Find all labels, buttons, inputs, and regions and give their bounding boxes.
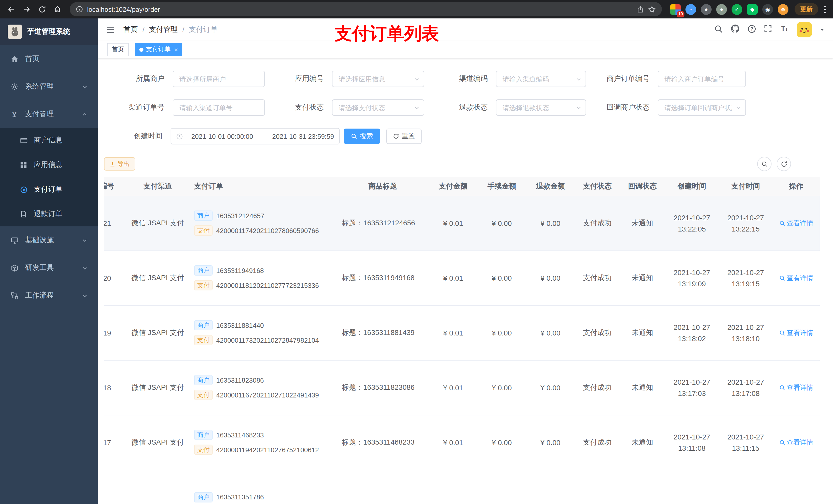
view-detail-link[interactable]: 查看详情 <box>779 383 813 392</box>
filter-label: 退款状态 <box>424 103 496 112</box>
cell-amount: ¥ 0.01 <box>429 305 477 360</box>
browser-extension-icon[interactable]: ● <box>716 4 727 15</box>
sidebar-item-devtool[interactable]: 研发工具 <box>0 254 98 282</box>
notify-status-select[interactable] <box>658 99 746 116</box>
sidebar-item-refund-order[interactable]: 退款订单 <box>0 202 98 226</box>
browser-forward-button[interactable] <box>20 2 34 16</box>
tag-pay-order[interactable]: 支付订单 × <box>135 43 182 56</box>
create-time-range-picker[interactable]: 2021-10-01 00:00:00 - 2021-10-31 23:59:5… <box>171 128 340 144</box>
filter-row-3: 创建时间 2021-10-01 00:00:00 - 2021-10-31 23… <box>104 128 827 144</box>
filter-label: 渠道编码 <box>424 74 496 83</box>
browser-toolbar: localhost:1024/pay/order 10 ◦ ● ● ✓ ◆ ◉ … <box>0 0 833 19</box>
cell-amount: ¥ 0.01 <box>429 250 477 305</box>
browser-extension-icon[interactable]: ◉ <box>762 4 773 15</box>
shrink-search-button[interactable] <box>757 157 771 171</box>
merchant-select[interactable] <box>173 71 265 87</box>
sidebar-item-pay[interactable]: ¥ 支付管理 <box>0 100 98 128</box>
cell-order: 商户1635311881440 支付4200001173202110272847… <box>188 305 337 360</box>
address-bar[interactable]: localhost:1024/pay/order <box>70 2 662 16</box>
cell-actions: 查看详情 <box>772 415 820 470</box>
col-created: 创建时间 <box>665 177 719 196</box>
fullscreen-icon[interactable] <box>764 25 772 35</box>
cell-title: 标题：1635311949168 <box>337 250 429 305</box>
browser-refresh-button[interactable] <box>35 2 49 16</box>
refund-status-select[interactable] <box>496 99 586 116</box>
search-icon <box>779 330 785 336</box>
close-icon[interactable]: × <box>174 46 178 52</box>
filter-label: 支付状态 <box>265 103 332 112</box>
channel-order-no-input[interactable] <box>173 99 265 116</box>
cell-refund: ¥ 0.00 <box>526 360 575 415</box>
browser-extension-icon[interactable]: 10 <box>670 4 681 15</box>
sidebar-item-home[interactable]: 首页 <box>0 45 98 73</box>
view-detail-link[interactable]: 查看详情 <box>779 218 813 228</box>
reset-button[interactable]: 重置 <box>386 128 422 144</box>
cell-created: 2021-10-2713:22:05 <box>665 196 719 250</box>
workflow-icon <box>10 291 19 299</box>
browser-menu-button[interactable] <box>821 5 829 13</box>
range-end: 2021-10-31 23:59:59 <box>272 133 334 140</box>
export-button[interactable]: 导出 <box>104 157 135 171</box>
table-header-row: 编号 支付渠道 支付订单 商品标题 支付金额 手续金额 退款金额 支付状态 回调… <box>104 177 820 196</box>
merchant-order-no-input[interactable] <box>658 71 746 87</box>
chevron-down-icon <box>82 265 88 271</box>
search-icon <box>779 220 785 226</box>
pay-status-select[interactable] <box>332 99 424 116</box>
search-icon <box>779 275 785 281</box>
bookmark-star-icon[interactable] <box>648 5 656 13</box>
refresh-icon <box>393 133 399 139</box>
browser-update-button[interactable]: 更新 <box>794 3 818 15</box>
cell-order: 商户1635311949168 支付4200001181202110277723… <box>188 250 337 305</box>
document-icon <box>20 210 28 218</box>
filter-label: 所属商户 <box>104 74 173 83</box>
refresh-icon <box>38 5 46 13</box>
channel-code-select[interactable] <box>496 71 586 87</box>
sidebar-item-app-info[interactable]: 应用信息 <box>0 153 98 177</box>
browser-home-button[interactable] <box>50 2 65 16</box>
sidebar-item-merchant-info[interactable]: 商户信息 <box>0 128 98 153</box>
hamburger-icon[interactable] <box>106 25 115 34</box>
sidebar-item-system[interactable]: 系统管理 <box>0 73 98 100</box>
filter-row-2: 渠道订单号 支付状态 退款状态 回调商户状态 <box>104 99 827 116</box>
page-content: 所属商户 应用编号 渠道编码 商户订单编号 <box>98 58 833 504</box>
app-select[interactable] <box>332 71 424 87</box>
browser-profile-avatar[interactable]: ☻ <box>778 4 788 15</box>
app-title: 芋道管理系统 <box>27 27 70 37</box>
filter-label: 渠道订单号 <box>104 103 173 112</box>
search-icon[interactable] <box>714 24 723 35</box>
search-button[interactable]: 搜索 <box>344 128 380 144</box>
view-detail-link[interactable]: 查看详情 <box>779 273 813 283</box>
font-size-icon[interactable]: TT <box>780 25 789 35</box>
sidebar-item-workflow[interactable]: 工作流程 <box>0 282 98 309</box>
browser-extension-icon[interactable]: ✓ <box>732 4 742 15</box>
cell-title: 标题：1635311823086 <box>337 360 429 415</box>
github-icon[interactable] <box>731 24 740 35</box>
cell-status: 支付成功 <box>575 250 620 305</box>
browser-extension-icon[interactable]: ◆ <box>747 4 758 15</box>
cell-fee: ¥ 0.00 <box>477 250 526 305</box>
view-detail-link[interactable]: 查看详情 <box>779 328 813 337</box>
tag-home[interactable]: 首页 <box>107 43 128 56</box>
breadcrumb-home[interactable]: 首页 <box>123 25 138 34</box>
site-info-icon[interactable] <box>76 6 83 13</box>
refresh-table-button[interactable] <box>777 157 791 171</box>
caret-down-icon[interactable] <box>820 25 825 34</box>
table-row-partial: 商户1635311351786 <box>104 470 820 504</box>
browser-extension-icon[interactable]: ● <box>701 4 712 15</box>
gear-icon <box>10 82 19 91</box>
active-dot <box>139 47 143 51</box>
table-row: 20 微信 JSAPI 支付 商户1635311949168 支付4200001… <box>104 250 820 305</box>
cell-amount: ¥ 0.01 <box>429 360 477 415</box>
cell-paid: 2021-10-2713:18:10 <box>719 305 772 360</box>
view-detail-link[interactable]: 查看详情 <box>779 438 813 447</box>
help-icon[interactable]: ? <box>747 24 756 35</box>
browser-extension-icon[interactable]: ◦ <box>686 4 696 15</box>
user-avatar[interactable] <box>796 22 812 38</box>
share-icon[interactable] <box>637 6 644 13</box>
breadcrumb-section[interactable]: 支付管理 <box>149 25 178 34</box>
browser-back-button[interactable] <box>4 2 19 16</box>
sidebar-item-infra[interactable]: 基础设施 <box>0 226 98 254</box>
cell-id: 21 <box>104 196 127 250</box>
sidebar-item-pay-order[interactable]: 支付订单 <box>0 177 98 202</box>
cell-actions: 查看详情 <box>772 250 820 305</box>
